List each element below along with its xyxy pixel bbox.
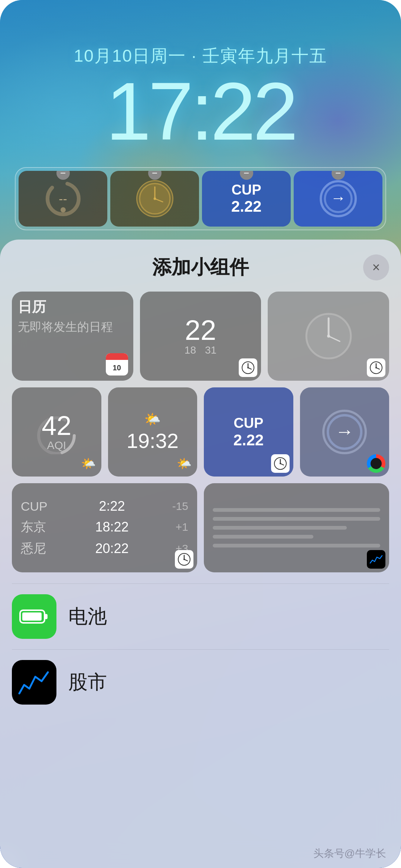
multi-clock-app-icon — [175, 550, 193, 569]
time-display: 17:22 — [0, 71, 401, 152]
stocks-line-3 — [213, 526, 347, 530]
svg-line-19 — [376, 368, 379, 369]
svg-line-31 — [184, 559, 188, 561]
widget-row-1: 日历 无即将发生的日程 10 22 18 — [12, 292, 389, 381]
arrow-grid-widget-inner: → — [300, 387, 389, 477]
calendar-title: 日历 — [18, 298, 113, 316]
arrow-fitness-badge — [367, 454, 385, 473]
clock-analog-inner — [268, 292, 389, 381]
clock-row-tokyo: 东京 18:22 +1 — [21, 518, 188, 536]
multi-clock-widget-inner: CUP 2:22 -15 东京 18:22 +1 悉尼 20:22 +3 — [12, 483, 197, 572]
panel-header: 添加小组件 × — [12, 240, 389, 292]
clock-gold-widget[interactable]: − — [110, 171, 199, 227]
date-display: 10月10日周一 · 壬寅年九月十五 — [0, 45, 401, 68]
clock-face-gold — [136, 180, 173, 217]
time-display-time: 19:32 — [127, 429, 179, 453]
battery-app-row[interactable]: 电池 — [12, 584, 389, 649]
arrow-grid-widget-card[interactable]: → — [300, 387, 389, 477]
clock-sub1: 18 — [185, 344, 196, 356]
clock-num-widget-inner: 22 18 31 🌤️ — [140, 292, 261, 381]
remove-cup-btn[interactable]: − — [240, 171, 253, 180]
clock-diff-cup: -15 — [162, 500, 188, 513]
clock-num-widget-card[interactable]: 22 18 31 🌤️ — [140, 292, 261, 381]
calendar-widget-content: 日历 无即将发生的日程 — [18, 298, 113, 335]
arrow-widget-lockscreen[interactable]: − → — [294, 171, 382, 227]
clock-time-sydney: 20:22 — [62, 541, 162, 556]
svg-point-1 — [61, 207, 66, 212]
svg-text:→: → — [335, 421, 354, 442]
clock-city-cup: CUP — [21, 499, 62, 514]
battery-app-icon — [12, 594, 56, 639]
battery-icon-bg — [12, 594, 56, 639]
knob-arc: -- — [43, 178, 84, 219]
stocks-app-row[interactable]: 股市 — [12, 650, 389, 715]
calendar-icon: 10 — [106, 353, 128, 376]
add-widget-panel: 添加小组件 × 日历 无即将发生的日程 10 — [0, 240, 401, 868]
cup-grid-time: 2.22 — [233, 431, 264, 449]
clock-time-tokyo: 18:22 — [62, 519, 162, 535]
sun-icon: 🌤️ — [144, 412, 161, 427]
cup-grid-label: CUP — [234, 415, 263, 431]
cup-grid-widget-card[interactable]: CUP 2.22 — [204, 387, 293, 477]
clock-city-sydney: 悉尼 — [21, 540, 62, 557]
stocks-lines-widget-card[interactable] — [204, 483, 389, 572]
stocks-line-4 — [213, 535, 313, 539]
app-list: 电池 股市 — [12, 583, 389, 715]
attribution: 头条号@牛学长 — [313, 846, 386, 861]
svg-rect-36 — [17, 666, 51, 699]
clock-icon-badge-1 — [239, 358, 257, 377]
stocks-app-icon — [367, 550, 385, 569]
svg-rect-34 — [45, 614, 48, 619]
clock-big-number: 22 — [185, 316, 216, 344]
stocks-line-2 — [213, 517, 380, 521]
aqi-weather-badge: 🌤️ — [79, 454, 98, 473]
battery-app-name: 电池 — [68, 604, 107, 630]
stocks-line-5 — [213, 544, 380, 547]
battery-svg — [19, 607, 49, 626]
calendar-widget-card[interactable]: 日历 无即将发生的日程 10 — [12, 292, 133, 381]
panel-title: 添加小组件 — [38, 254, 363, 280]
multi-clock-widget-card[interactable]: CUP 2:22 -15 东京 18:22 +1 悉尼 20:22 +3 — [12, 483, 197, 572]
stocks-icon-bg — [12, 660, 56, 705]
svg-line-25 — [280, 464, 284, 465]
clock-row-cup: CUP 2:22 -15 — [21, 498, 188, 514]
clock-row-sydney: 悉尼 20:22 +3 — [21, 540, 188, 557]
aqi-label: AQI — [42, 439, 71, 452]
svg-line-11 — [248, 368, 251, 369]
svg-rect-35 — [22, 612, 42, 621]
cup-text: CUP 2.22 — [231, 182, 262, 215]
clock-time-cup: 2:22 — [62, 498, 162, 514]
aqi-widget-card[interactable]: 42 AQI 🌤️ — [12, 387, 101, 477]
cal-top — [106, 353, 128, 360]
arrow-circle-widget: → — [322, 410, 367, 454]
clock-analog-widget-card[interactable] — [268, 292, 389, 381]
stocks-lines-inner — [204, 483, 389, 572]
calendar-widget-inner: 日历 无即将发生的日程 10 — [12, 292, 133, 381]
stocks-line-1 — [213, 508, 380, 512]
clock-analog-svg — [303, 310, 355, 362]
svg-text:→: → — [330, 189, 346, 207]
time-display-widget-inner: 🌤️ 19:32 🌤️ — [108, 387, 198, 477]
clock-city-tokyo: 东京 — [21, 518, 62, 536]
calendar-subtitle: 无即将发生的日程 — [18, 319, 113, 335]
stocks-app-icon-container — [12, 660, 56, 705]
time-weather-badge: 🌤️ — [175, 454, 193, 473]
widget-row-2: 42 AQI 🌤️ 🌤️ 19:32 🌤️ CUP 2.22 — [12, 387, 389, 477]
close-button[interactable]: × — [363, 254, 389, 280]
time-display-widget-card[interactable]: 🌤️ 19:32 🌤️ — [108, 387, 198, 477]
aqi-number: 42 — [42, 412, 71, 439]
aqi-widget-inner: 42 AQI 🌤️ — [12, 387, 101, 477]
stocks-app-name: 股市 — [68, 669, 107, 695]
aqi-content: 42 AQI — [42, 412, 71, 452]
cup-grid-clock-badge — [271, 454, 290, 473]
arrow-circle: → — [320, 180, 357, 217]
clock-sub2: 31 — [205, 344, 216, 356]
clock-diff-tokyo: +1 — [162, 521, 188, 533]
stocks-app-svg — [17, 666, 51, 699]
knob-widget[interactable]: − -- — [19, 171, 107, 227]
cup-grid-widget-inner: CUP 2.22 — [204, 387, 293, 477]
clock-small-numbers: 18 31 — [185, 344, 216, 356]
cal-body: 10 — [106, 360, 128, 376]
cup-widget-lockscreen[interactable]: − CUP 2.22 — [202, 171, 291, 227]
lockscreen-area: 10月10日周一 · 壬寅年九月十五 17:22 − -- − — [0, 0, 401, 245]
